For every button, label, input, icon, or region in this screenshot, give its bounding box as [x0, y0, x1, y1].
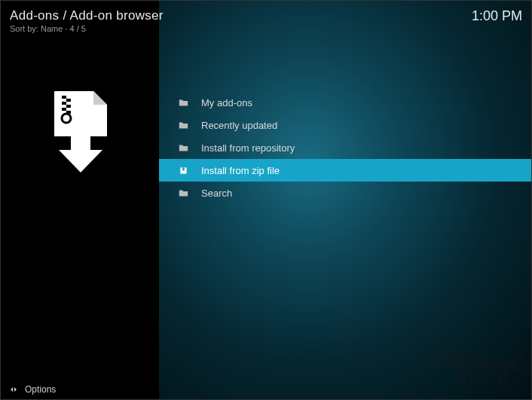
menu-label: My add-ons [201, 97, 252, 108]
svg-rect-0 [62, 96, 66, 99]
footer: Options [8, 384, 56, 395]
main-area: My add-ons Recently updated Install from… [159, 1, 531, 399]
svg-rect-2 [62, 102, 66, 105]
svg-rect-4 [62, 108, 66, 111]
page-subtitle: Sort by: Name · 4 / 5 [10, 24, 164, 33]
header-left: Add-ons / Add-on browser Sort by: Name ·… [10, 8, 164, 33]
svg-rect-3 [66, 105, 71, 108]
page-title: Add-ons / Add-on browser [10, 8, 164, 23]
menu-item-install-zip[interactable]: Install from zip file [159, 159, 531, 182]
header: Add-ons / Add-on browser Sort by: Name ·… [10, 8, 522, 33]
options-icon[interactable] [8, 384, 19, 395]
folder-icon [177, 119, 189, 131]
folder-icon [177, 187, 189, 199]
options-label[interactable]: Options [25, 384, 56, 395]
watermark-line3: ROCK [456, 373, 516, 384]
menu-label: Search [201, 188, 232, 199]
menu-list: My add-ons Recently updated Install from… [159, 91, 531, 204]
clock: 1:00 PM [472, 8, 522, 24]
install-zip-icon [48, 91, 112, 174]
watermark: Cesar RADIO ROCK [433, 345, 516, 384]
box-icon [177, 164, 189, 176]
sidebar [1, 1, 159, 399]
menu-item-my-addons[interactable]: My add-ons [159, 91, 531, 114]
menu-label: Recently updated [201, 120, 277, 131]
folder-icon [177, 96, 189, 108]
menu-item-recently-updated[interactable]: Recently updated [159, 114, 531, 136]
menu-item-search[interactable]: Search [159, 182, 531, 204]
menu-label: Install from repository [201, 142, 295, 154]
menu-item-install-repository[interactable]: Install from repository [159, 136, 531, 159]
svg-rect-1 [66, 99, 71, 102]
menu-label: Install from zip file [201, 165, 280, 176]
folder-icon [177, 142, 189, 154]
svg-rect-8 [182, 167, 185, 170]
